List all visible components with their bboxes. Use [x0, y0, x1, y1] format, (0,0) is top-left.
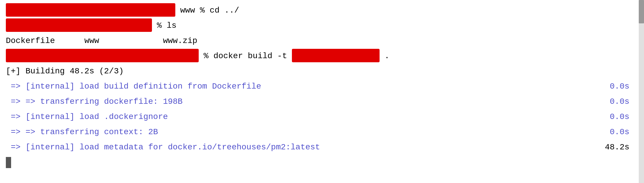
- terminal-line-2: % ls: [6, 18, 638, 33]
- terminal-line-10: => [internal] load metadata for docker.i…: [6, 140, 638, 155]
- ls-output: Dockerfile www www.zip: [6, 35, 197, 47]
- terminal-line-3: Dockerfile www www.zip: [6, 33, 638, 49]
- build-step-3: => [internal] load .dockerignore: [6, 111, 610, 123]
- cmd-text-4a: % docker build -t: [199, 50, 292, 62]
- terminal-cursor-line: [6, 155, 638, 170]
- cmd-text-4b: .: [380, 50, 389, 62]
- terminal-line-4: % docker build -t .: [6, 49, 638, 64]
- cmd-text-1: www % cd ../: [175, 4, 239, 17]
- build-step-5: => [internal] load metadata for docker.i…: [6, 141, 605, 153]
- terminal-line-8: => [internal] load .dockerignore 0.0s: [6, 109, 638, 125]
- terminal-line-6: => [internal] load build definition from…: [6, 79, 638, 94]
- scrollbar-thumb[interactable]: [639, 0, 644, 23]
- timing-1: 0.0s: [610, 80, 638, 93]
- timing-4: 0.0s: [610, 126, 638, 138]
- build-step-4: => => transferring context: 2B: [6, 126, 610, 138]
- redacted-4: [292, 49, 380, 62]
- redacted-2: [6, 18, 152, 32]
- terminal-line-9: => => transferring context: 2B 0.0s: [6, 125, 638, 140]
- timing-2: 0.0s: [610, 96, 638, 108]
- timing-5: 48.2s: [605, 141, 638, 153]
- build-step-1: => [internal] load build definition from…: [6, 80, 610, 93]
- terminal-line-5: [+] Building 48.2s (2/3): [6, 64, 638, 79]
- building-status: [+] Building 48.2s (2/3): [6, 65, 124, 77]
- terminal-line-1: www % cd ../: [6, 3, 638, 18]
- cmd-text-2: % ls: [152, 20, 176, 32]
- terminal-window: www % cd ../ % ls Dockerfile www www.zip…: [0, 0, 644, 183]
- cursor: [6, 157, 11, 168]
- redacted-1: [6, 3, 175, 17]
- terminal-line-7: => => transferring dockerfile: 198B 0.0s: [6, 94, 638, 109]
- timing-3: 0.0s: [610, 111, 638, 123]
- scrollbar[interactable]: [639, 0, 644, 183]
- build-step-2: => => transferring dockerfile: 198B: [6, 96, 610, 108]
- redacted-3: [6, 49, 199, 62]
